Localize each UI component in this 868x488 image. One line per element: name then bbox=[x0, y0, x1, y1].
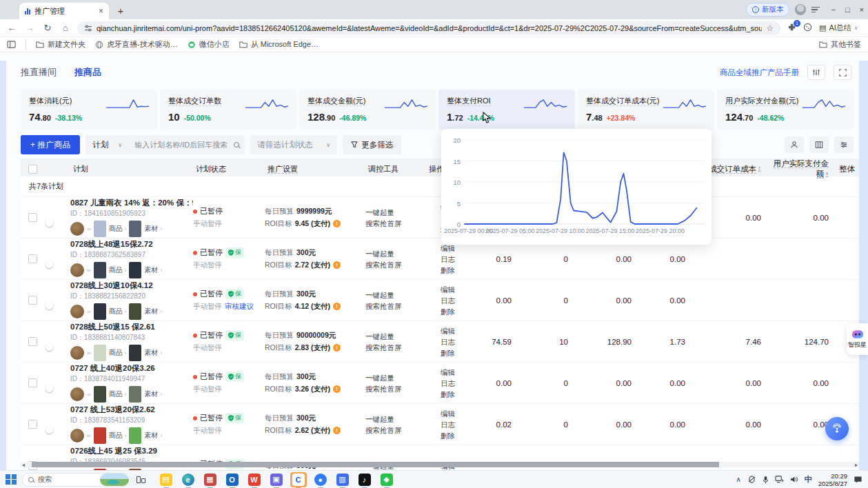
metric-card-1[interactable]: 整体成交订单数 10 -50.00% bbox=[160, 90, 296, 130]
window-close-button[interactable]: × bbox=[860, 6, 864, 14]
delete-link[interactable]: 删除 bbox=[426, 265, 455, 276]
microphone-icon[interactable] bbox=[763, 476, 769, 484]
delete-link[interactable]: 删除 bbox=[426, 430, 455, 441]
log-link[interactable]: 日志 bbox=[426, 378, 455, 389]
plan-title[interactable]: 0727 线上40退20保3.26 bbox=[70, 363, 193, 374]
taskbar-app-outlook[interactable]: O bbox=[224, 472, 241, 487]
metric-card-5[interactable]: 用户实际支付金额(元) 124.70 -48.62% bbox=[717, 90, 854, 130]
material-thumbnail[interactable] bbox=[129, 345, 141, 361]
one-key-boost-link[interactable]: 一键起量 bbox=[365, 207, 426, 218]
edit-link[interactable]: 编辑 bbox=[426, 325, 455, 336]
site-info-icon[interactable] bbox=[84, 24, 92, 32]
plan-title[interactable]: 0726线上45 退25 保3.29 bbox=[70, 446, 193, 456]
more-filters-button[interactable]: 更多筛选 bbox=[343, 135, 401, 154]
plan-status-select[interactable]: 请筛选计划状态∨ bbox=[250, 135, 337, 154]
search-top-screen-link[interactable]: 搜索抢首屏 bbox=[365, 259, 426, 270]
table-settings-button[interactable] bbox=[834, 136, 854, 153]
taskbar-app-store-app[interactable]: ▦ bbox=[202, 472, 219, 487]
browser-tab[interactable]: 推广管理 × bbox=[19, 3, 109, 19]
metric-card-0[interactable]: 整体消耗(元) 74.80 -38.13% bbox=[21, 90, 157, 130]
bookmark-item[interactable]: 虎牙直播-技术驱动… bbox=[95, 39, 178, 50]
tray-chevron-icon[interactable]: ∧ bbox=[736, 476, 740, 483]
delete-link[interactable]: 删除 bbox=[426, 347, 455, 358]
horizontal-scrollbar[interactable]: ◂ ▸ bbox=[21, 462, 859, 467]
address-bar[interactable]: qianchuan.jinritemai.com/uni-prom?aavid=… bbox=[77, 21, 780, 35]
new-version-button[interactable]: ↑ 新版本 bbox=[746, 3, 790, 17]
one-key-boost-link[interactable]: 一键起量 bbox=[365, 248, 426, 259]
material-link[interactable]: 素材 › bbox=[144, 224, 162, 234]
plan-title[interactable]: 0728线上30退10保4.12 bbox=[70, 281, 193, 291]
taskbar-app-pc-manager[interactable]: ● bbox=[312, 472, 329, 487]
assistant-widget[interactable]: 智投星 bbox=[847, 323, 868, 355]
row-checkbox[interactable] bbox=[28, 420, 37, 429]
start-button[interactable] bbox=[6, 474, 17, 485]
taskbar-app-wps-office[interactable]: W bbox=[246, 472, 263, 487]
material-thumbnail[interactable] bbox=[129, 303, 141, 320]
row-checkbox[interactable] bbox=[28, 296, 37, 305]
product-thumbnail[interactable] bbox=[94, 262, 106, 278]
product-thumbnail[interactable] bbox=[94, 345, 106, 361]
taskbar-app-blue-app[interactable]: ▥ bbox=[334, 472, 351, 487]
ai-summary-button[interactable]: ▤ AI总结 ∨ bbox=[819, 23, 858, 33]
tab-close-icon[interactable]: × bbox=[99, 6, 103, 16]
tab-live-room[interactable]: 推直播间 bbox=[21, 66, 57, 79]
broadcast-fab-button[interactable] bbox=[825, 417, 849, 440]
forward-button[interactable]: → bbox=[23, 23, 36, 33]
search-top-screen-link[interactable]: 搜索抢首屏 bbox=[365, 383, 426, 394]
reload-button[interactable]: ↻ bbox=[41, 23, 54, 33]
product-manual-link[interactable]: 商品全域推广产品手册 bbox=[720, 68, 799, 78]
bookmark-item[interactable]: 从 Microsoft Edge… bbox=[239, 39, 319, 50]
log-link[interactable]: 日志 bbox=[426, 419, 455, 430]
custom-columns-button[interactable] bbox=[809, 136, 829, 153]
metric-card-2[interactable]: 整体成交金额(元) 128.90 -46.89% bbox=[299, 90, 436, 130]
sort-icon[interactable]: ▲▼ bbox=[825, 172, 829, 177]
taskbar-app-edge-browser[interactable]: e bbox=[180, 472, 196, 487]
material-thumbnail[interactable] bbox=[129, 386, 141, 403]
edit-link[interactable]: 编辑 bbox=[426, 408, 455, 419]
metric-card-4[interactable]: 整体成交订单成本(元) 7.48 +23.84% bbox=[578, 90, 714, 130]
material-link[interactable]: 素材 › bbox=[144, 389, 162, 399]
material-link[interactable]: 素材 › bbox=[144, 307, 162, 316]
notification-icon[interactable] bbox=[854, 476, 862, 484]
row-checkbox[interactable] bbox=[28, 254, 37, 263]
plan-title[interactable]: 0827 儿童雨衣 14% 返：20% 保：9.92 bbox=[70, 198, 193, 208]
fullscreen-button[interactable] bbox=[834, 65, 851, 80]
product-thumbnail[interactable] bbox=[94, 303, 106, 320]
search-type-select[interactable]: 计划∨ bbox=[85, 135, 129, 154]
browser-menu-icon[interactable] bbox=[811, 7, 820, 13]
col-metric-6[interactable]: 整体 bbox=[833, 164, 859, 174]
taskbar-app-file-explorer[interactable]: ▤ bbox=[158, 472, 174, 487]
account-manage-button[interactable] bbox=[785, 136, 804, 153]
log-link[interactable]: 日志 bbox=[426, 295, 455, 306]
row-checkbox[interactable] bbox=[28, 213, 37, 222]
taskbar-app-purple-app[interactable]: ▣ bbox=[268, 472, 285, 487]
product-thumbnail[interactable] bbox=[94, 427, 106, 444]
review-suggestion-link[interactable]: 审核建议 bbox=[225, 302, 254, 310]
taskbar-app-green-app[interactable]: ◆ bbox=[379, 472, 395, 487]
one-key-boost-link[interactable]: 一键起量 bbox=[365, 372, 426, 383]
taskbar-app-qianchuan-app[interactable]: C bbox=[290, 472, 307, 487]
taskbar-clock[interactable]: 20:292025/8/27 bbox=[818, 472, 847, 487]
search-top-screen-link[interactable]: 搜索抢首屏 bbox=[365, 342, 426, 353]
taskbar-search[interactable]: 搜索 bbox=[22, 473, 131, 487]
scrollbar-thumb[interactable] bbox=[32, 462, 719, 467]
plan-title[interactable]: 0728线上48退15保2.72 bbox=[70, 239, 193, 250]
window-minimize-button[interactable]: − bbox=[831, 6, 835, 14]
warning-icon[interactable]: ! bbox=[333, 385, 341, 393]
speaker-icon[interactable] bbox=[790, 476, 798, 483]
delete-link[interactable]: 删除 bbox=[426, 306, 455, 317]
product-link[interactable]: 商品 › bbox=[109, 348, 127, 358]
search-top-screen-link[interactable]: 搜索抢首屏 bbox=[365, 218, 426, 229]
plan-search[interactable] bbox=[129, 135, 245, 154]
material-thumbnail[interactable] bbox=[129, 427, 141, 444]
product-link[interactable]: 商品 › bbox=[109, 389, 127, 399]
ime-indicator[interactable]: 中 bbox=[805, 474, 812, 485]
edit-link[interactable]: 编辑 bbox=[426, 367, 455, 378]
bookmark-item[interactable]: 微信小店 bbox=[188, 39, 230, 50]
one-key-boost-link[interactable]: 一键起量 bbox=[365, 289, 426, 301]
log-link[interactable]: 日志 bbox=[426, 336, 455, 347]
plan-search-input[interactable] bbox=[134, 141, 234, 149]
one-key-boost-link[interactable]: 一键起量 bbox=[365, 414, 426, 425]
search-top-screen-link[interactable]: 搜索抢首屏 bbox=[365, 425, 426, 436]
search-icon[interactable] bbox=[234, 142, 239, 148]
